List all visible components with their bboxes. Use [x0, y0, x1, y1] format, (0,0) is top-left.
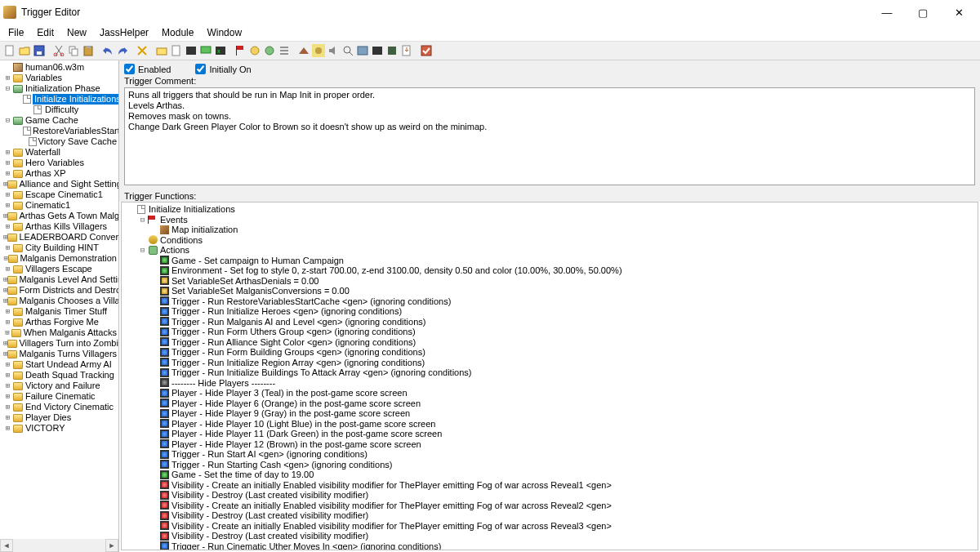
new-script-icon[interactable]: [185, 44, 198, 57]
tree-item[interactable]: Victory Save Cache: [0, 136, 118, 147]
horizontal-scrollbar[interactable]: ◄ ►: [0, 539, 118, 552]
menu-jasshelper[interactable]: JassHelper: [93, 25, 155, 40]
function-row[interactable]: Visibility - Create an initially Enabled…: [123, 521, 976, 532]
expander-icon[interactable]: ⊞: [3, 371, 12, 380]
function-row[interactable]: Trigger - Run Cinematic Uther Moves In <…: [123, 541, 976, 551]
function-row[interactable]: Visibility - Create an initially Enabled…: [123, 501, 976, 511]
tree-item[interactable]: ⊞Malganis Turns Villagers Into: [0, 349, 118, 359]
function-row[interactable]: Player - Hide Player 3 (Teal) in the pos…: [123, 388, 976, 398]
paste-icon[interactable]: [82, 44, 95, 57]
comment-textarea[interactable]: [124, 87, 975, 185]
expander-icon[interactable]: ⊞: [3, 169, 12, 178]
menu-module[interactable]: Module: [155, 25, 200, 40]
cut-icon[interactable]: [52, 44, 65, 57]
tree-item[interactable]: ⊞End Victory Cinematic: [0, 402, 118, 412]
expander-icon[interactable]: ⊞: [3, 360, 12, 369]
function-row[interactable]: Environment - Set fog to style 0, z-star…: [123, 265, 976, 276]
check-icon[interactable]: [420, 44, 433, 57]
function-row[interactable]: Trigger - Run RestoreVariablesStartCache…: [123, 296, 976, 307]
save-icon[interactable]: [33, 44, 46, 57]
expander-icon[interactable]: ⊟: [3, 116, 12, 125]
function-row[interactable]: Visibility - Destroy (Last created visib…: [123, 531, 976, 541]
tree-item[interactable]: ⊞Variables: [0, 73, 118, 83]
function-row[interactable]: Player - Hide Player 10 (Light Blue) in …: [123, 419, 976, 430]
tree-item[interactable]: ⊞Waterfall: [0, 147, 118, 158]
function-row[interactable]: Trigger - Run Initialize Buildings To At…: [123, 367, 976, 378]
function-row[interactable]: ⊟Actions: [123, 245, 976, 256]
sound-icon[interactable]: [327, 44, 340, 57]
tree-item[interactable]: Initialize Initializations: [0, 94, 118, 105]
tool-2-icon[interactable]: [312, 44, 325, 57]
tree-item[interactable]: ⊟Initialization Phase: [0, 83, 118, 94]
enabled-checkbox[interactable]: Enabled: [124, 64, 171, 74]
scroll-left-icon[interactable]: ◄: [0, 539, 13, 552]
tree-item[interactable]: RestoreVariablesStartCache: [0, 126, 118, 136]
expander-icon[interactable]: ⊞: [3, 318, 12, 327]
tree-item[interactable]: ⊞Hero Variables: [0, 158, 118, 168]
tree-item[interactable]: ⊞Arthas Kills Villagers: [0, 221, 118, 232]
menu-file[interactable]: File: [2, 25, 30, 40]
tree-item[interactable]: ⊞Start Undead Army AI: [0, 359, 118, 370]
tree-item[interactable]: ⊞Malganis Timer Stuff: [0, 306, 118, 317]
expander-icon[interactable]: ⊞: [3, 158, 12, 167]
function-row[interactable]: Trigger - Run Alliance Sight Color <gen>…: [123, 337, 976, 348]
function-row[interactable]: Game - Set the time of day to 19.00: [123, 470, 976, 480]
function-row[interactable]: Trigger - Run Form Uthers Group <gen> (i…: [123, 327, 976, 337]
function-row[interactable]: Set VariableSet MalganisConversions = 0.…: [123, 286, 976, 296]
expander-icon[interactable]: ⊞: [3, 201, 12, 210]
tree-item[interactable]: ⊞Arthas Forgive Me: [0, 317, 118, 327]
function-row[interactable]: Visibility - Create an initially Enabled…: [123, 480, 976, 491]
expander-icon[interactable]: ⊞: [3, 265, 12, 274]
text-icon[interactable]: [371, 44, 384, 57]
tree-item[interactable]: ⊞Malganis Demonstration: [0, 253, 118, 264]
tree-item[interactable]: ⊞Villagers Turn into Zombies: [0, 338, 118, 349]
tree-item[interactable]: ⊞Victory and Failure: [0, 381, 118, 391]
search-icon[interactable]: [341, 44, 354, 57]
function-row[interactable]: Visibility - Destroy (Last created visib…: [123, 490, 976, 501]
expander-icon[interactable]: ⊞: [3, 190, 12, 199]
tree-item[interactable]: ⊞Form Districts and Destroy Ci: [0, 285, 118, 296]
tree-item[interactable]: ⊞Arthas XP: [0, 168, 118, 179]
function-row[interactable]: Player - Hide Player 9 (Gray) in the pos…: [123, 408, 976, 419]
function-row[interactable]: Player - Hide Player 6 (Orange) in the p…: [123, 398, 976, 409]
copy-icon[interactable]: [67, 44, 80, 57]
tree-item[interactable]: ⊞Failure Cinematic: [0, 391, 118, 402]
new-file-icon[interactable]: [3, 44, 16, 57]
function-row[interactable]: Trigger - Run Starting Cash <gen> (ignor…: [123, 460, 976, 470]
menu-edit[interactable]: Edit: [30, 25, 60, 40]
menu-new[interactable]: New: [60, 25, 93, 40]
expander-icon[interactable]: ⊞: [3, 307, 12, 316]
new-action-icon[interactable]: [263, 44, 276, 57]
new-comment-icon[interactable]: [199, 44, 212, 57]
function-row[interactable]: ⊟Events: [123, 215, 976, 225]
expander-icon[interactable]: ⊟: [3, 84, 12, 93]
tree-item[interactable]: ⊞LEADERBOARD Conversion: [0, 232, 118, 243]
expander-icon[interactable]: ⊞: [3, 392, 12, 401]
tree-item[interactable]: ⊞Alliance and Sight Settings: [0, 179, 118, 189]
function-row[interactable]: Visibility - Destroy (Last created visib…: [123, 510, 976, 521]
scroll-right-icon[interactable]: ►: [105, 539, 118, 552]
tree-item[interactable]: ⊞Arthas Gets A Town Malgani: [0, 211, 118, 221]
tree-item[interactable]: ⊞Malganis Level And Settings: [0, 274, 118, 285]
close-button[interactable]: ✕: [941, 1, 977, 24]
list-icon[interactable]: [278, 44, 291, 57]
function-row[interactable]: Initialize Initializations: [123, 204, 976, 215]
new-condition-icon[interactable]: [248, 44, 261, 57]
tree-item[interactable]: ⊟Game Cache: [0, 115, 118, 126]
tree-item[interactable]: ⊞City Building HINT: [0, 243, 118, 253]
function-row[interactable]: Trigger - Run Malganis AI and Level <gen…: [123, 317, 976, 327]
tool-1-icon[interactable]: [297, 44, 310, 57]
new-event-icon[interactable]: [234, 44, 247, 57]
expander-icon[interactable]: ⊞: [3, 148, 12, 157]
expander-icon[interactable]: ⊞: [3, 73, 12, 82]
function-row[interactable]: Game - Set campaign to Human Campaign: [123, 256, 976, 266]
tree-item[interactable]: ⊞Villagers Escape: [0, 264, 118, 274]
open-icon[interactable]: [18, 44, 31, 57]
tree-item[interactable]: ⊞Player Dies: [0, 412, 118, 423]
expander-icon[interactable]: ⊞: [3, 424, 12, 433]
function-row[interactable]: -------- Hide Players --------: [123, 378, 976, 389]
tree-item[interactable]: ⊞Malganis Chooses a Village: [0, 296, 118, 306]
expander-icon[interactable]: ⊞: [3, 243, 12, 252]
tree-item[interactable]: human06.w3m: [0, 62, 118, 73]
convert-icon[interactable]: x: [214, 44, 227, 57]
